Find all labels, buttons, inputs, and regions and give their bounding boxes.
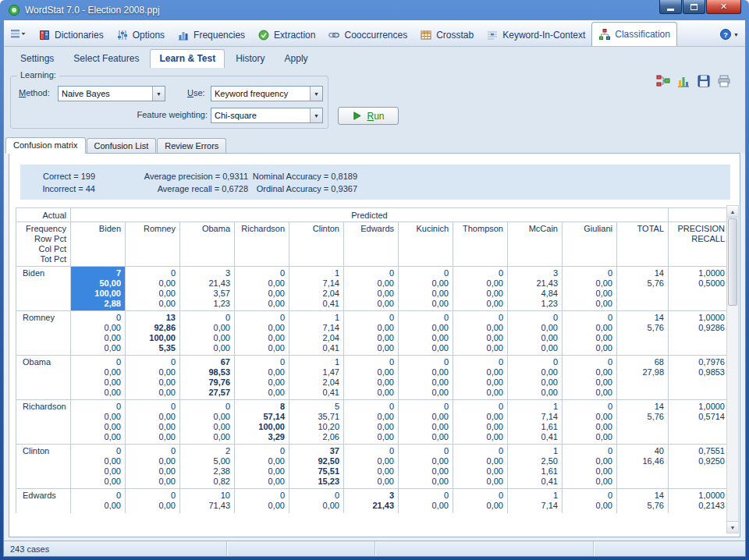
toolbar-item-keyword-in-context[interactable]: Keyword-In-Context	[480, 23, 591, 46]
matrix-cell[interactable]: 321,433,571,23	[180, 267, 235, 311]
matrix-cell[interactable]: 00,000,000,00	[508, 311, 563, 356]
scroll-down-icon[interactable]: ▼	[727, 521, 738, 533]
matrix-cell[interactable]: 857,14100,003,29	[235, 400, 289, 445]
toolbar-item-dictionaries[interactable]: Dictionaries	[32, 23, 110, 46]
matrix-cell[interactable]: 00,000,000,00	[453, 445, 508, 489]
matrix-cell[interactable]: 00,000,000,00	[235, 445, 289, 489]
matrix-cell[interactable]: 6827,98	[617, 356, 669, 400]
app-logo-icon[interactable]	[8, 4, 20, 16]
matrix-cell[interactable]: 00,000,000,00	[399, 356, 453, 400]
matrix-cell[interactable]: 00,000,000,00	[563, 445, 617, 489]
tab-settings[interactable]: Settings	[12, 50, 62, 68]
close-button[interactable]: ✕	[706, 0, 741, 14]
matrix-cell[interactable]: 00,000,000,00	[235, 267, 289, 311]
matrix-cell[interactable]: 00,000,000,00	[563, 267, 617, 311]
matrix-cell[interactable]: 1,00000,5714	[669, 400, 729, 445]
toolbar-item-cooccurrences[interactable]: Cooccurrences	[321, 23, 414, 46]
tab-history[interactable]: History	[227, 50, 273, 68]
matrix-cell[interactable]: 00,000,000,00	[399, 311, 453, 356]
matrix-cell[interactable]: 1071,43	[180, 489, 235, 514]
matrix-cell[interactable]: 00,000,000,00	[126, 445, 180, 489]
maximize-button[interactable]	[683, 0, 705, 14]
matrix-cell[interactable]: 00,000,000,00	[180, 311, 235, 356]
matrix-cell[interactable]: 00,000,000,00	[399, 400, 453, 445]
tab-learn-test[interactable]: Learn & Test	[150, 49, 225, 68]
matrix-cell[interactable]: 00,00	[399, 489, 453, 514]
matrix-cell[interactable]: 00,000,000,00	[71, 400, 126, 445]
matrix-cell[interactable]: 00,00	[289, 489, 344, 514]
matrix-cell[interactable]: 00,000,000,00	[399, 445, 453, 489]
save-icon[interactable]	[697, 74, 711, 88]
run-button[interactable]: Run	[338, 107, 399, 125]
scrollbar-thumb[interactable]	[728, 218, 737, 306]
matrix-cell[interactable]: 00,000,000,00	[126, 267, 180, 311]
matrix-cell[interactable]: 17,14	[508, 489, 563, 514]
matrix-cell[interactable]: 00,000,000,00	[344, 445, 399, 489]
matrix-cell[interactable]: 00,000,000,00	[344, 311, 399, 356]
matrix-cell[interactable]: 3792,5075,5115,23	[289, 445, 344, 489]
matrix-cell[interactable]: 00,00	[71, 489, 126, 514]
matrix-cell[interactable]: 4016,46	[617, 445, 669, 489]
matrix-cell[interactable]: 535,7110,202,06	[289, 400, 344, 445]
matrix-cell[interactable]: 00,000,000,00	[180, 400, 235, 445]
matrix-cell[interactable]: 1,00000,2143	[669, 489, 729, 514]
vertical-scrollbar[interactable]: ▲ ▼	[726, 205, 739, 533]
matrix-cell[interactable]: 00,000,000,00	[399, 267, 453, 311]
tab-select-features[interactable]: Select Features	[65, 50, 147, 68]
tab-review-errors[interactable]: Review Errors	[157, 138, 226, 153]
minimize-button[interactable]	[659, 0, 682, 14]
chevron-down-icon[interactable]: ▼	[310, 87, 322, 101]
method-select[interactable]: Naive Bayes ▼	[58, 86, 165, 101]
matrix-cell[interactable]: 00,000,000,00	[344, 356, 399, 400]
feature-weighting-select[interactable]: Chi-square ▼	[211, 108, 323, 123]
matrix-cell[interactable]: 0,79760,9853	[669, 356, 729, 400]
toolbar-item-options[interactable]: Options	[110, 23, 171, 46]
matrix-cell[interactable]: 25,002,380,82	[180, 445, 235, 489]
matrix-cell[interactable]: 321,434,841,23	[508, 267, 563, 311]
matrix-cell[interactable]: 00,000,000,00	[563, 311, 617, 356]
matrix-cell[interactable]: 17,142,040,41	[289, 311, 344, 356]
matrix-cell[interactable]: 00,000,000,00	[71, 445, 126, 489]
matrix-cell[interactable]: 00,000,000,00	[126, 400, 180, 445]
matrix-cell[interactable]: 00,00	[235, 489, 289, 514]
matrix-cell[interactable]: 0,75510,9250	[669, 445, 729, 489]
matrix-cell[interactable]: 00,000,000,00	[235, 356, 289, 400]
matrix-cell[interactable]: 145,76	[617, 489, 669, 514]
matrix-cell[interactable]: 00,000,000,00	[508, 356, 563, 400]
project-menu-button[interactable]	[7, 24, 29, 43]
matrix-cell[interactable]: 00,00	[563, 489, 617, 514]
matrix-cell[interactable]: 321,43	[344, 489, 399, 514]
matrix-cell[interactable]: 00,000,000,00	[344, 267, 399, 311]
matrix-cell[interactable]: 12,501,610,41	[508, 445, 563, 489]
chevron-down-icon[interactable]: ▼	[152, 87, 165, 101]
scroll-up-icon[interactable]: ▲	[727, 206, 738, 218]
matrix-cell[interactable]: 00,000,000,00	[71, 356, 126, 400]
tab-confusion-matrix[interactable]: Confusion matrix	[5, 137, 86, 154]
matrix-cell[interactable]: 00,000,000,00	[453, 356, 508, 400]
toolbar-item-extraction[interactable]: Extraction	[251, 23, 321, 46]
matrix-cell[interactable]: 00,000,000,00	[563, 400, 617, 445]
use-select[interactable]: Keyword frequency ▼	[211, 86, 323, 101]
matrix-cell[interactable]: 17,141,610,41	[508, 400, 563, 445]
matrix-cell[interactable]: 00,000,000,00	[344, 400, 399, 445]
matrix-cell[interactable]: 00,000,000,00	[453, 267, 508, 311]
matrix-cell[interactable]: 1,00000,5000	[669, 267, 729, 311]
title-bar[interactable]: WordStat 7.0 - Election 2008.ppj ✕	[3, 0, 746, 19]
matrix-cell[interactable]: 17,142,040,41	[289, 267, 344, 311]
matrix-cell[interactable]: 00,00	[453, 489, 508, 514]
matrix-cell[interactable]: 145,76	[617, 311, 669, 356]
matrix-cell[interactable]: 750,00100,002,88	[71, 267, 126, 311]
toolbar-item-crosstab[interactable]: Crosstab	[414, 23, 480, 46]
matrix-cell[interactable]: 11,472,040,41	[289, 356, 344, 400]
matrix-cell[interactable]: 00,00	[126, 489, 180, 514]
matrix-cell[interactable]: 00,000,000,00	[563, 356, 617, 400]
matrix-cell[interactable]: 00,000,000,00	[71, 311, 126, 356]
matrix-cell[interactable]: 00,000,000,00	[126, 356, 180, 400]
print-icon[interactable]	[717, 74, 731, 88]
chart-icon[interactable]	[676, 74, 690, 88]
tab-apply[interactable]: Apply	[276, 50, 317, 68]
tab-confusion-list[interactable]: Confusion List	[87, 138, 157, 153]
matrix-cell[interactable]: 1,00000,9286	[669, 311, 729, 356]
matrix-cell[interactable]: 00,000,000,00	[453, 400, 508, 445]
export-model-icon[interactable]	[656, 74, 670, 88]
